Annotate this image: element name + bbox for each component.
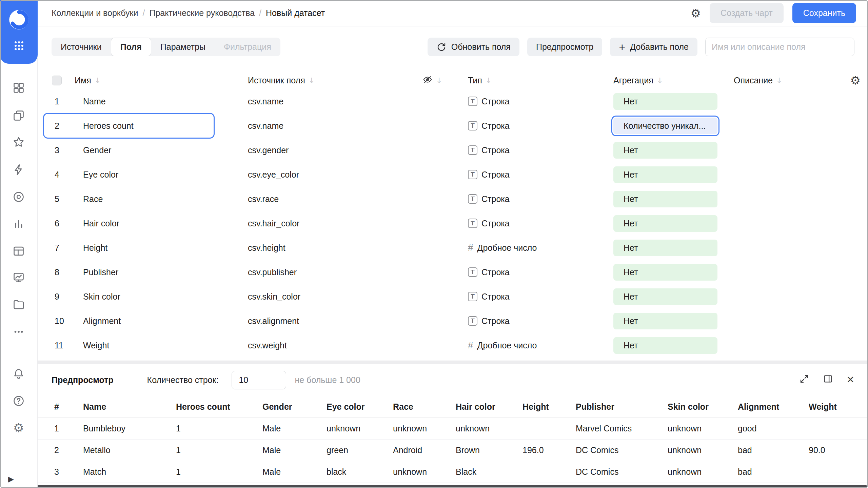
field-aggregation[interactable]: Нет bbox=[613, 140, 734, 161]
field-type[interactable]: T Строка bbox=[468, 316, 613, 326]
settings-gear-icon[interactable]: ⚙ bbox=[12, 421, 25, 434]
breadcrumb-collections[interactable]: Коллекции и воркбуки bbox=[52, 8, 138, 18]
field-search-input[interactable] bbox=[705, 38, 854, 56]
field-aggregation[interactable]: Нет bbox=[613, 262, 734, 283]
field-aggregation[interactable]: Нет bbox=[613, 164, 734, 185]
column-header-description[interactable]: Описание ↓ bbox=[734, 76, 835, 85]
field-aggregation[interactable]: Нет bbox=[613, 311, 734, 331]
field-row[interactable]: 9 Skin color csv.skin_color T Строка Нет bbox=[38, 284, 868, 309]
field-name-cell[interactable]: Skin color bbox=[75, 292, 248, 302]
tables-icon[interactable] bbox=[12, 245, 25, 258]
select-all-checkbox[interactable] bbox=[52, 76, 62, 85]
sort-icon[interactable]: ↓ bbox=[436, 76, 442, 85]
aggregation-badge[interactable]: Нет bbox=[613, 93, 717, 110]
preview-toggle-button[interactable]: Предпросмотр bbox=[527, 38, 603, 56]
help-icon[interactable] bbox=[12, 394, 25, 407]
field-row[interactable]: 10 Alignment csv.alignment T Строка Нет bbox=[38, 309, 868, 333]
collections-icon[interactable] bbox=[12, 109, 25, 122]
save-button[interactable]: Сохранить bbox=[792, 3, 856, 23]
field-name-cell[interactable]: Weight bbox=[75, 341, 248, 350]
column-header-name[interactable]: Имя ↓ bbox=[75, 76, 248, 85]
column-header-aggregation[interactable]: Агрегация ↓ bbox=[613, 76, 734, 85]
sort-icon[interactable]: ↓ bbox=[486, 76, 492, 85]
field-aggregation[interactable]: Нет bbox=[613, 335, 734, 356]
field-row[interactable]: 5 Race csv.race T Строка Нет bbox=[38, 187, 868, 211]
apps-grid-icon[interactable] bbox=[13, 40, 25, 52]
aggregation-badge[interactable]: Нет bbox=[613, 288, 717, 305]
notifications-bell-icon[interactable] bbox=[12, 367, 25, 380]
field-aggregation[interactable]: Нет bbox=[613, 189, 734, 209]
add-field-button[interactable]: + Добавить поле bbox=[610, 38, 697, 56]
sort-icon[interactable]: ↓ bbox=[95, 76, 101, 85]
field-type[interactable]: T Строка bbox=[468, 97, 613, 106]
column-header-hidden[interactable]: ↓ bbox=[422, 75, 468, 87]
aggregation-badge[interactable]: Нет bbox=[613, 166, 717, 183]
row-count-input[interactable] bbox=[232, 371, 286, 389]
field-aggregation[interactable]: Нет bbox=[613, 91, 734, 112]
dashboards-icon[interactable] bbox=[12, 81, 25, 94]
sort-icon[interactable]: ↓ bbox=[657, 76, 663, 85]
split-view-icon[interactable] bbox=[823, 374, 833, 386]
monitoring-icon[interactable] bbox=[12, 271, 25, 284]
expand-preview-icon[interactable] bbox=[799, 374, 809, 386]
field-type[interactable]: T Строка bbox=[468, 145, 613, 155]
table-settings-gear-icon[interactable]: ⚙ bbox=[850, 74, 861, 87]
aggregation-badge[interactable]: Нет bbox=[613, 191, 717, 207]
field-name-cell[interactable]: Alignment bbox=[75, 316, 248, 326]
field-aggregation[interactable]: Нет bbox=[613, 238, 734, 258]
field-type[interactable]: # Дробное число bbox=[468, 341, 613, 350]
aggregation-badge[interactable]: Нет bbox=[613, 313, 717, 329]
field-row[interactable]: 7 Height csv.height # Дробное число Нет bbox=[38, 236, 868, 260]
storage-folder-icon[interactable] bbox=[12, 298, 25, 311]
aggregation-badge[interactable]: Нет bbox=[613, 142, 717, 159]
field-type[interactable]: T Строка bbox=[468, 267, 613, 277]
aggregation-badge[interactable]: Количество уникал... bbox=[613, 118, 717, 134]
sidebar-expand-icon[interactable]: ▶ bbox=[8, 475, 14, 483]
breadcrumb-workbook[interactable]: Практические руководства bbox=[149, 8, 255, 18]
aggregation-badge[interactable]: Нет bbox=[613, 337, 717, 354]
tab-fields[interactable]: Поля bbox=[111, 38, 151, 56]
field-type[interactable]: T Строка bbox=[468, 121, 613, 131]
sort-icon[interactable]: ↓ bbox=[309, 76, 315, 85]
field-row[interactable]: 6 Hair color csv.hair_color T Строка Нет bbox=[38, 211, 868, 236]
charts-icon[interactable] bbox=[12, 218, 25, 230]
horizontal-scrollbar[interactable] bbox=[37, 485, 867, 487]
field-name-cell[interactable]: Height bbox=[75, 243, 248, 253]
field-row[interactable]: 8 Publisher csv.publisher T Строка Нет bbox=[38, 260, 868, 284]
field-aggregation[interactable]: Нет bbox=[613, 213, 734, 234]
field-name-cell[interactable]: Race bbox=[75, 194, 248, 204]
field-name-cell[interactable]: Eye color bbox=[75, 170, 248, 180]
aggregation-badge[interactable]: Нет bbox=[613, 240, 717, 256]
field-type[interactable]: T Строка bbox=[468, 194, 613, 204]
field-type[interactable]: # Дробное число bbox=[468, 243, 613, 253]
field-row[interactable]: 2 Heroes count csv.name T Строка Количес… bbox=[38, 114, 868, 138]
field-type[interactable]: T Строка bbox=[468, 170, 613, 180]
sort-icon[interactable]: ↓ bbox=[776, 76, 782, 85]
connections-icon[interactable] bbox=[12, 163, 25, 176]
field-name-cell[interactable]: Publisher bbox=[75, 267, 248, 277]
field-row[interactable]: 1 Name csv.name T Строка Нет bbox=[38, 89, 868, 114]
field-aggregation[interactable]: Нет bbox=[613, 286, 734, 307]
field-name-cell[interactable]: Name bbox=[75, 97, 248, 106]
close-preview-icon[interactable]: ✕ bbox=[847, 375, 854, 385]
dataset-settings-gear-icon[interactable]: ⚙ bbox=[691, 7, 701, 19]
datalens-logo-icon[interactable] bbox=[9, 9, 29, 30]
column-header-source[interactable]: Источник поля ↓ bbox=[248, 76, 422, 85]
tab-sources[interactable]: Источники bbox=[52, 38, 111, 56]
field-type[interactable]: T Строка bbox=[468, 292, 613, 302]
field-aggregation[interactable]: Количество уникал... bbox=[613, 116, 734, 136]
field-name-cell[interactable]: Hair color bbox=[75, 219, 248, 228]
refresh-fields-button[interactable]: Обновить поля bbox=[428, 38, 519, 56]
favorites-icon[interactable] bbox=[12, 136, 25, 148]
field-row[interactable]: 11 Weight csv.weight # Дробное число Нет bbox=[38, 333, 868, 358]
column-header-type[interactable]: Тип ↓ bbox=[468, 76, 613, 85]
aggregation-badge[interactable]: Нет bbox=[613, 264, 717, 281]
datasets-icon[interactable] bbox=[12, 190, 25, 203]
field-row[interactable]: 4 Eye color csv.eye_color T Строка Нет bbox=[38, 162, 868, 187]
panel-divider[interactable] bbox=[38, 361, 868, 364]
tab-filtering[interactable]: Фильтрация bbox=[215, 38, 280, 56]
tab-parameters[interactable]: Параметры bbox=[151, 38, 215, 56]
more-icon[interactable] bbox=[12, 325, 25, 338]
field-name-cell[interactable]: Gender bbox=[75, 145, 248, 155]
field-row[interactable]: 3 Gender csv.gender T Строка Нет bbox=[38, 138, 868, 162]
